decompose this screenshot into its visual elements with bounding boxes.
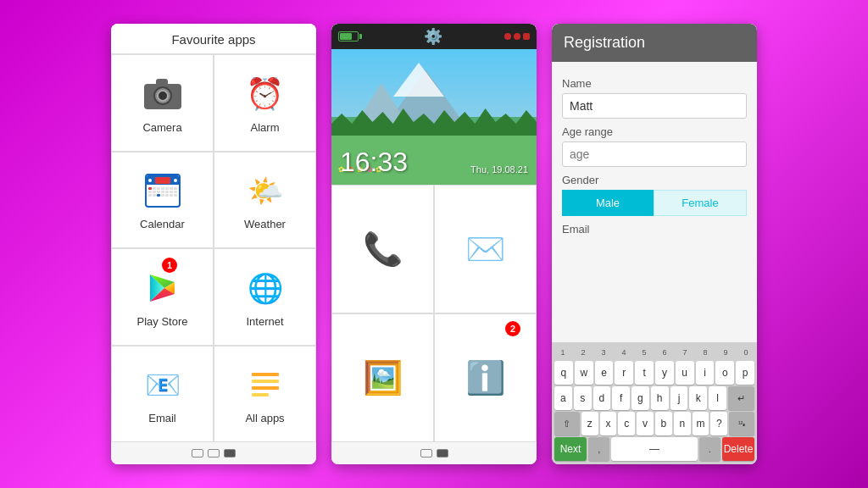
settings-icon[interactable]: ⚙️	[424, 27, 442, 46]
kb-num-2: 2	[575, 346, 592, 359]
kb-next-button[interactable]: Next	[554, 437, 587, 461]
kb-o[interactable]: o	[715, 361, 734, 385]
kb-p[interactable]: p	[736, 361, 754, 385]
kb-num-0: 0	[737, 346, 754, 359]
info-badge: 2	[505, 321, 520, 336]
kb-num-6: 6	[656, 346, 673, 359]
kb-b[interactable]: b	[655, 412, 672, 435]
phone-app-messages[interactable]: ✉️	[434, 185, 537, 313]
kb-num-1: 1	[554, 346, 571, 359]
kb-e[interactable]: e	[595, 361, 614, 385]
age-input[interactable]	[562, 141, 747, 167]
kb-l[interactable]: l	[709, 386, 726, 410]
signal-indicator	[504, 33, 530, 40]
app-alarm[interactable]: ⏰ Alarm	[214, 54, 316, 152]
kb-y[interactable]: y	[655, 361, 674, 385]
keyboard-row3: ⇧ z x c v b n m ? ¹²₃	[554, 412, 754, 435]
kb-enter[interactable]: ↵	[728, 386, 754, 410]
favourite-apps-panel: Favourite apps Camera ⏰ Alarm	[111, 24, 316, 464]
kb-num-7: 7	[676, 346, 693, 359]
name-input[interactable]	[562, 93, 747, 119]
app-camera[interactable]: Camera	[111, 54, 214, 152]
kb-space[interactable]: —	[611, 437, 697, 461]
svg-rect-7	[252, 393, 269, 396]
name-field-label: Name	[562, 77, 747, 90]
phone-app-call[interactable]: 📞	[331, 185, 434, 313]
internet-icon: 🌐	[243, 266, 287, 310]
messages-icon: ✉️	[465, 230, 505, 268]
kb-d[interactable]: d	[593, 386, 611, 410]
allapps-label: All apps	[245, 412, 284, 424]
kb-num-4: 4	[615, 346, 632, 359]
gender-field-label: Gender	[562, 174, 747, 186]
alarm-icon: ⏰	[243, 72, 287, 116]
svg-rect-5	[252, 380, 279, 383]
kb-u[interactable]: u	[676, 361, 694, 385]
dot-1[interactable]	[192, 449, 203, 458]
kb-g[interactable]: g	[632, 386, 649, 410]
kb-num-3: 3	[595, 346, 612, 359]
email-icon: 📧	[141, 363, 185, 407]
kb-question[interactable]: ?	[710, 412, 727, 435]
app-allapps[interactable]: All apps	[214, 346, 316, 443]
kb-h[interactable]: h	[651, 386, 669, 410]
keyboard-row2: a s d f g h j k l ↵	[554, 386, 754, 410]
kb-n[interactable]: n	[674, 412, 691, 435]
app-weather[interactable]: 🌤️ Weather	[214, 152, 316, 249]
apps-grid: Camera ⏰ Alarm	[111, 54, 316, 442]
phone-app-info[interactable]: 2 ℹ️	[434, 313, 537, 442]
alarm-label: Alarm	[251, 121, 280, 134]
gender-selector: Male Female	[562, 190, 747, 216]
app-playstore[interactable]: 1	[111, 248, 214, 346]
kb-k[interactable]: k	[689, 386, 707, 410]
kb-num-5: 5	[636, 346, 653, 359]
keyboard: 1 2 3 4 5 6 7 8 9 0 q w e r t y u i o p …	[552, 342, 757, 464]
lockscreen-time: 16:33	[340, 147, 408, 178]
kb-comma[interactable]: ,	[588, 437, 609, 461]
reg-header: Registration	[552, 24, 757, 62]
kb-shift[interactable]: ⇧	[554, 412, 580, 435]
kb-q[interactable]: q	[554, 361, 573, 385]
phone-dot-1[interactable]	[420, 449, 432, 458]
kb-123[interactable]: ¹²₃	[729, 412, 754, 435]
call-icon: 📞	[363, 230, 403, 268]
kb-delete-button[interactable]: Delete	[722, 437, 754, 461]
weather-label: Weather	[244, 218, 286, 230]
kb-m[interactable]: m	[693, 412, 709, 435]
kb-v[interactable]: v	[637, 412, 654, 435]
allapps-icon	[243, 363, 287, 407]
kb-a[interactable]: a	[554, 386, 572, 410]
kb-f[interactable]: f	[612, 386, 630, 410]
kb-x[interactable]: x	[600, 412, 617, 435]
phone-dot-2[interactable]	[437, 449, 448, 458]
kb-num-9: 9	[717, 346, 734, 359]
dot-3[interactable]	[224, 449, 236, 458]
app-internet[interactable]: 🌐 Internet	[214, 248, 316, 346]
dot-2[interactable]	[208, 449, 220, 458]
kb-t[interactable]: t	[635, 361, 654, 385]
panel1-pagination	[111, 442, 316, 464]
kb-z[interactable]: z	[581, 412, 598, 435]
phone-panel: ⚙️ ✿ ✿ ✿ ✿ ✿ 16	[331, 24, 537, 464]
registration-panel: Registration Name Age range Gender Male …	[552, 24, 757, 464]
kb-s[interactable]: s	[574, 386, 592, 410]
camera-icon	[141, 72, 185, 116]
phone-app-gallery[interactable]: 🖼️	[331, 313, 434, 442]
status-bar: ⚙️	[331, 24, 537, 49]
kb-i[interactable]: i	[696, 361, 715, 385]
kb-c[interactable]: c	[618, 412, 635, 435]
calendar-label: Calendar	[140, 218, 185, 230]
keyboard-bottom-row: Next , — . Delete	[554, 437, 754, 461]
email-field-label: Email	[562, 223, 747, 236]
kb-w[interactable]: w	[575, 361, 593, 385]
app-calendar[interactable]: Calendar	[111, 152, 214, 249]
gender-female-button[interactable]: Female	[654, 190, 747, 216]
gender-male-button[interactable]: Male	[562, 190, 654, 216]
panel2-pagination	[331, 442, 537, 464]
kb-r[interactable]: r	[615, 361, 633, 385]
internet-label: Internet	[246, 315, 283, 328]
kb-period[interactable]: .	[699, 437, 721, 461]
gallery-icon: 🖼️	[363, 359, 403, 396]
app-email[interactable]: 📧 Email	[111, 346, 214, 443]
kb-j[interactable]: j	[670, 386, 688, 410]
